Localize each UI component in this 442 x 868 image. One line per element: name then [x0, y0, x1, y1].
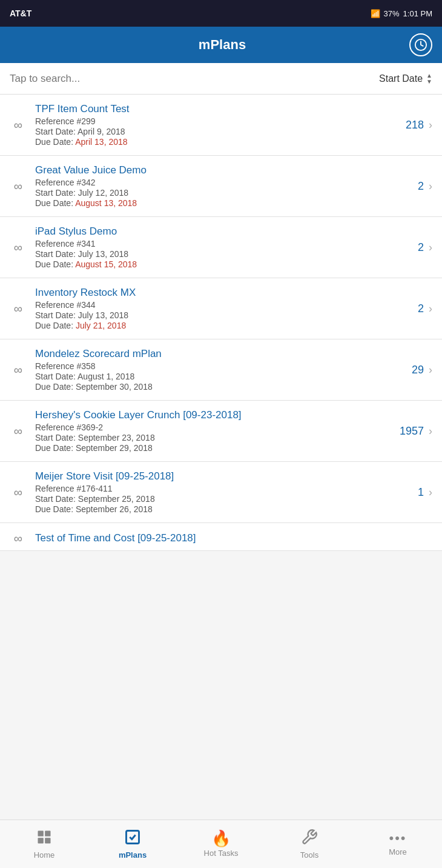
plan-item[interactable]: ∞ Mondelez Scorecard mPlan Reference #35… — [0, 339, 442, 401]
plan-item[interactable]: ∞ Meijer Store Visit [09-25-2018] Refere… — [0, 462, 442, 523]
tools-icon — [301, 829, 318, 848]
plan-right: 29 › — [396, 364, 432, 376]
plan-content: Meijer Store Visit [09-25-2018] Referenc… — [35, 470, 396, 514]
svg-rect-2 — [45, 831, 50, 836]
plan-title: Mondelez Scorecard mPlan — [35, 348, 396, 360]
hot-tasks-icon: 🔥 — [211, 830, 231, 846]
plan-right: 218 › — [396, 119, 432, 132]
plan-content: TPF Item Count Test Reference #299 Start… — [35, 103, 396, 147]
partial-plan-item[interactable]: ∞ Test of Time and Cost [09-25-2018] — [0, 523, 442, 551]
plan-title: Hershey's Cookie Layer Crunch [09-23-201… — [35, 409, 396, 421]
search-input[interactable] — [10, 73, 379, 85]
plan-reference: Reference #344 — [35, 300, 396, 310]
nav-home-label: Home — [34, 850, 55, 860]
sort-arrows-icon: ▲ ▼ — [426, 73, 432, 85]
bluetooth-icon: 📶 — [371, 9, 380, 18]
chevron-right-icon: › — [429, 241, 432, 254]
plan-right: 2 › — [396, 302, 432, 315]
plan-count: 2 — [418, 180, 424, 193]
plan-start-date: Start Date: July 13, 2018 — [35, 249, 396, 259]
infinity-icon: ∞ — [10, 241, 27, 255]
plan-start-date: Start Date: September 23, 2018 — [35, 433, 396, 442]
infinity-icon: ∞ — [10, 486, 27, 499]
infinity-icon: ∞ — [10, 302, 27, 316]
plan-start-date: Start Date: August 1, 2018 — [35, 372, 396, 381]
plan-title: Meijer Store Visit [09-25-2018] — [35, 470, 396, 482]
app-title: mPlans — [35, 37, 409, 53]
plan-count: 29 — [412, 364, 424, 376]
chevron-right-icon: › — [429, 119, 432, 132]
plan-content: Inventory Restock MX Reference #344 Star… — [35, 287, 396, 330]
plan-item[interactable]: ∞ TPF Item Count Test Reference #299 Sta… — [0, 95, 442, 156]
plan-item[interactable]: ∞ Great Value Juice Demo Reference #342 … — [0, 156, 442, 217]
plan-due-date: Due Date: September 30, 2018 — [35, 382, 396, 392]
plan-title: iPad Stylus Demo — [35, 225, 396, 238]
status-icons: 📶 37% 1:01 PM — [371, 9, 432, 18]
svg-rect-4 — [45, 838, 50, 843]
plan-list: ∞ TPF Item Count Test Reference #299 Sta… — [0, 95, 442, 523]
plan-right: 2 › — [396, 180, 432, 193]
plan-title: Inventory Restock MX — [35, 287, 396, 299]
partial-plan-title: Test of Time and Cost [09-25-2018] — [35, 532, 432, 544]
partial-plan-content: Test of Time and Cost [09-25-2018] — [35, 532, 432, 546]
plan-count: 1 — [418, 486, 424, 499]
infinity-icon: ∞ — [10, 532, 27, 546]
plan-start-date: Start Date: July 13, 2018 — [35, 310, 396, 320]
chevron-right-icon: › — [429, 302, 432, 315]
nav-hot-tasks[interactable]: 🔥 Hot Tasks — [177, 820, 265, 868]
plan-right: 1957 › — [396, 425, 432, 438]
plan-content: Hershey's Cookie Layer Crunch [09-23-201… — [35, 409, 396, 453]
plan-title: Great Value Juice Demo — [35, 164, 396, 176]
nav-mplans-label: mPlans — [119, 850, 147, 860]
time-label: 1:01 PM — [403, 9, 432, 18]
nav-more-label: More — [389, 847, 407, 856]
nav-tools-label: Tools — [300, 850, 318, 860]
history-icon[interactable] — [409, 33, 432, 56]
sort-label: Start Date — [379, 73, 423, 84]
plan-count: 1957 — [400, 425, 424, 438]
chevron-right-icon: › — [429, 486, 432, 499]
bottom-nav: Home mPlans 🔥 Hot Tasks Tools ••• More — [0, 820, 442, 868]
sort-control[interactable]: Start Date ▲ ▼ — [379, 73, 432, 85]
plan-title: TPF Item Count Test — [35, 103, 396, 115]
nav-mplans[interactable]: mPlans — [88, 820, 177, 868]
plan-content: Great Value Juice Demo Reference #342 St… — [35, 164, 396, 208]
nav-tools[interactable]: Tools — [265, 820, 354, 868]
nav-home[interactable]: Home — [0, 820, 88, 868]
plan-due-date: Due Date: April 13, 2018 — [35, 137, 396, 147]
chevron-right-icon: › — [429, 425, 432, 438]
plan-reference: Reference #358 — [35, 361, 396, 371]
plan-item[interactable]: ∞ iPad Stylus Demo Reference #341 Start … — [0, 217, 442, 278]
plan-start-date: Start Date: September 25, 2018 — [35, 494, 396, 504]
plan-count: 218 — [406, 119, 424, 132]
nav-more[interactable]: ••• More — [354, 820, 442, 868]
plan-reference: Reference #299 — [35, 116, 396, 126]
more-icon: ••• — [389, 832, 406, 845]
nav-hot-tasks-label: Hot Tasks — [204, 849, 239, 858]
plan-due-date: Due Date: August 15, 2018 — [35, 259, 396, 269]
plan-reference: Reference #176-411 — [35, 484, 396, 493]
plan-item[interactable]: ∞ Hershey's Cookie Layer Crunch [09-23-2… — [0, 401, 442, 462]
plan-content: Mondelez Scorecard mPlan Reference #358 … — [35, 348, 396, 392]
plan-right: 1 › — [396, 486, 432, 499]
plan-item[interactable]: ∞ Inventory Restock MX Reference #344 St… — [0, 278, 442, 339]
plan-right: 2 › — [396, 241, 432, 254]
infinity-icon: ∞ — [10, 179, 27, 193]
infinity-icon: ∞ — [10, 118, 27, 132]
svg-rect-1 — [38, 831, 44, 836]
status-bar: AT&T 📶 37% 1:01 PM — [0, 0, 442, 27]
plan-count: 2 — [418, 302, 424, 315]
plan-count: 2 — [418, 241, 424, 254]
plan-reference: Reference #341 — [35, 239, 396, 249]
plan-start-date: Start Date: April 9, 2018 — [35, 127, 396, 136]
search-bar: Start Date ▲ ▼ — [0, 63, 442, 95]
plan-content: iPad Stylus Demo Reference #341 Start Da… — [35, 225, 396, 269]
chevron-right-icon: › — [429, 364, 432, 376]
battery-label: 37% — [384, 9, 400, 18]
plan-start-date: Start Date: July 12, 2018 — [35, 188, 396, 198]
svg-rect-3 — [38, 838, 44, 843]
plan-due-date: Due Date: September 29, 2018 — [35, 443, 396, 453]
carrier-label: AT&T — [10, 8, 31, 18]
infinity-icon: ∞ — [10, 424, 27, 438]
plan-reference: Reference #342 — [35, 178, 396, 187]
